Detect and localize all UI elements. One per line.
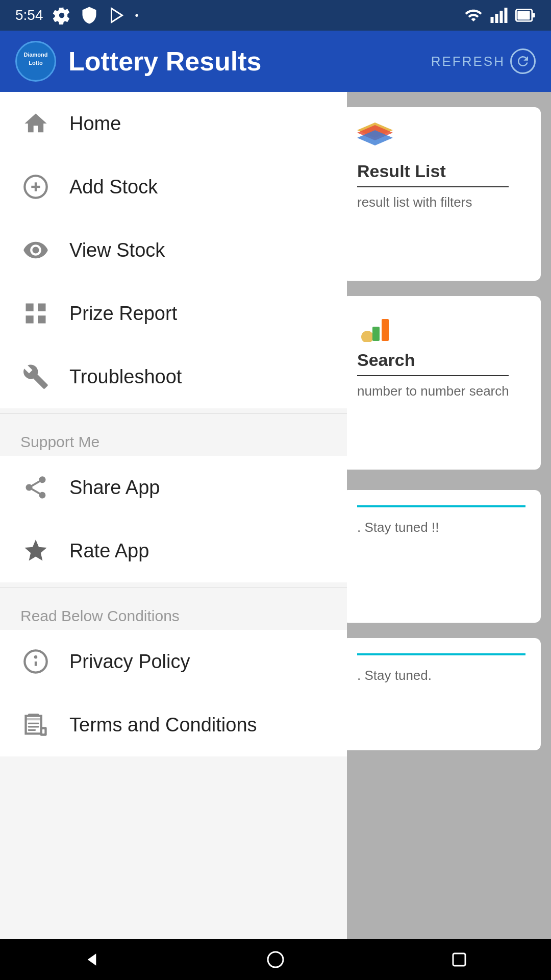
refresh-button[interactable]: REFRESH [431,48,536,74]
svg-rect-32 [453,953,465,966]
svg-rect-27 [28,729,36,731]
home-icon [20,108,51,139]
stay-tuned-text-1: . Stay tuned !! [357,507,525,535]
shield-icon [80,6,98,24]
dot-indicator: • [135,10,139,21]
main-container: Result List result list with filters Sea… [0,92,551,939]
refresh-label: REFRESH [431,54,505,69]
star-icon [20,535,51,566]
result-list-title: Result List [357,161,525,181]
stay-tuned-text-2: . Stay tuned. [357,655,525,683]
svg-text:Lotto: Lotto [29,60,43,66]
svg-rect-1 [491,17,494,23]
svg-rect-6 [532,13,535,18]
troubleshoot-label: Troubleshoot [69,366,182,388]
svg-point-14 [361,331,373,342]
svg-rect-15 [372,327,380,341]
wrench-icon [20,361,51,392]
sidebar-item-share-app[interactable]: Share App [0,456,347,519]
svg-rect-26 [28,726,39,727]
sidebar-item-view-stock[interactable]: View Stock [0,218,347,282]
svg-rect-29 [42,729,44,734]
battery-icon [515,6,536,24]
terms-icon [20,709,51,740]
eye-icon [20,235,51,265]
navigation-drawer: Home Add Stock View Stock [0,92,347,939]
home-label: Home [69,113,121,135]
status-bar: 5:54 • [0,0,551,31]
back-button[interactable] [71,939,112,980]
info-icon [20,646,51,677]
settings-icon [53,6,71,24]
play-icon [108,6,126,24]
stay-tuned-card-2: . Stay tuned. [342,638,541,750]
signal-icon [490,6,508,24]
conditions-section-label: Read Below Conditions [0,593,347,630]
sidebar-item-privacy-policy[interactable]: Privacy Policy [0,630,347,693]
divider-1 [0,413,347,414]
search-text: number to number search [357,383,525,399]
svg-marker-30 [88,953,96,965]
sidebar-item-troubleshoot[interactable]: Troubleshoot [0,345,347,408]
app-header: Diamond Lotto Lottery Results REFRESH [0,31,551,92]
search-card: Search number to number search [342,296,541,470]
refresh-icon [510,48,536,74]
support-section-label: Support Me [0,419,347,456]
sidebar-item-terms[interactable]: Terms and Conditions [0,693,347,756]
app-title: Lottery Results [68,46,431,77]
status-right [464,6,536,24]
recents-button[interactable] [439,939,480,980]
app-logo: Diamond Lotto [15,41,56,82]
svg-rect-3 [500,11,503,23]
result-list-card: Result List result list with filters [342,107,541,281]
stay-tuned-card-1: . Stay tuned !! [342,490,541,623]
divider-2 [0,587,347,588]
svg-rect-16 [382,319,389,341]
svg-text:Diamond: Diamond [23,52,47,58]
share-app-label: Share App [69,477,160,499]
time-display: 5:54 [15,7,43,23]
terms-label: Terms and Conditions [69,714,257,736]
svg-rect-7 [517,11,530,19]
share-icon [20,472,51,503]
sidebar-item-add-stock[interactable]: Add Stock [0,155,347,218]
sidebar-item-rate-app[interactable]: Rate App [0,519,347,582]
privacy-policy-label: Privacy Policy [69,651,190,673]
status-left: 5:54 • [15,6,139,24]
result-list-text: result list with filters [357,194,525,210]
svg-rect-24 [26,718,41,720]
grid-icon [20,298,51,329]
view-stock-label: View Stock [69,239,165,261]
add-circle-icon [20,172,51,202]
sidebar-item-home[interactable]: Home [0,92,347,155]
rate-app-label: Rate App [69,540,149,562]
svg-rect-4 [505,8,508,23]
svg-rect-25 [28,723,39,724]
svg-point-31 [268,952,283,967]
home-button[interactable] [255,939,296,980]
svg-marker-0 [111,9,122,22]
wifi-icon [464,6,483,24]
search-title: Search [357,350,525,370]
svg-rect-2 [495,14,498,23]
prize-report-label: Prize Report [69,303,177,325]
bottom-navigation [0,939,551,980]
sidebar-item-prize-report[interactable]: Prize Report [0,282,347,345]
add-stock-label: Add Stock [69,176,158,198]
